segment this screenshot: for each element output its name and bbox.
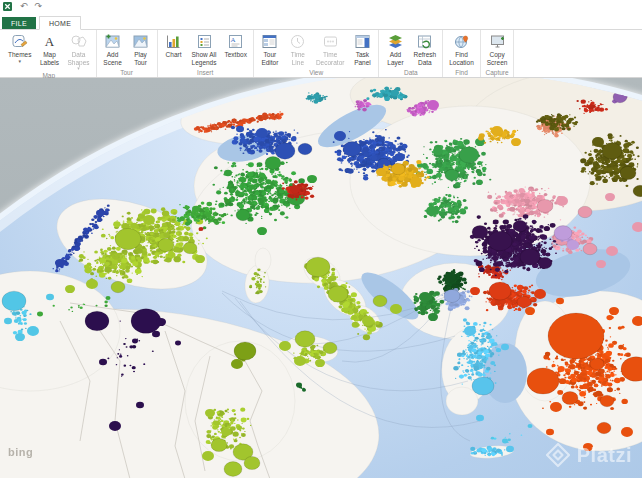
show-all-legends-icon (196, 33, 213, 50)
copy-screen-button[interactable]: Copy Screen (483, 30, 512, 67)
button-label: Task Panel (354, 51, 371, 66)
excel-logo-icon (3, 2, 12, 11)
bing-watermark: bing (8, 446, 33, 458)
button-label: Refresh Data (413, 51, 436, 66)
group-label: Insert (160, 68, 251, 77)
group-label: Find (445, 68, 478, 77)
add-layer-button[interactable]: Add Layer (381, 30, 409, 67)
group-label: Tour (99, 68, 155, 77)
button-label: Time Line (291, 51, 305, 66)
refresh-data-button[interactable]: Refresh Data (409, 30, 440, 67)
themes-button[interactable]: Themes▾ (4, 30, 35, 64)
title-bar: ↶ ↷ (0, 0, 642, 13)
data-shapes-button: Data Shapes▾ (63, 30, 93, 71)
textbox-icon: A (227, 33, 244, 50)
data-shapes-icon (70, 33, 87, 50)
button-label: Play Tour (134, 51, 147, 66)
show-all-legends-button[interactable]: Show All Legends (188, 30, 221, 67)
ribbon-group-map: Themes▾AMap LabelsData Shapes▾Map (2, 30, 97, 77)
refresh-data-icon (416, 33, 433, 50)
button-label: Show All Legends (192, 51, 217, 66)
task-panel-icon (354, 33, 371, 50)
ribbon-group-insert: ChartShow All LegendsATextboxInsert (158, 30, 254, 77)
tab-file[interactable]: FILE (2, 17, 36, 29)
group-label: Data (381, 68, 440, 77)
svg-text:A: A (231, 36, 236, 44)
tour-editor-button[interactable]: Tour Editor (256, 30, 284, 67)
undo-icon[interactable]: ↶ (20, 2, 28, 11)
redo-icon[interactable]: ↷ (35, 2, 43, 11)
platzi-watermark: Platzi (545, 442, 632, 468)
add-scene-icon (104, 33, 121, 50)
find-location-button[interactable]: Find Location (445, 30, 478, 67)
group-label: View (256, 68, 377, 77)
button-label: Data Shapes (67, 51, 89, 66)
time-line-button: Time Line (284, 30, 312, 67)
map-labels-icon: A (41, 33, 58, 50)
add-layer-icon (387, 33, 404, 50)
play-tour-icon (132, 33, 149, 50)
ribbon-group-capture: Copy ScreenCapture (481, 30, 515, 77)
button-label: Tour Editor (261, 51, 278, 66)
time-decorator-icon (322, 33, 339, 50)
ribbon-group-view: Tour EditorTime LineTime DecoratorTask P… (254, 30, 380, 77)
group-label: Capture (483, 68, 512, 77)
tour-editor-icon (261, 33, 278, 50)
ribbon-group-tour: Add ScenePlay TourTour (97, 30, 158, 77)
button-label: Textbox (224, 51, 246, 59)
power-map-window: ↶ ↷ FILE HOME Themes▾AMap LabelsData Sha… (0, 0, 642, 478)
ribbon-group-find: Find LocationFind (443, 30, 481, 77)
button-label: Find Location (449, 51, 474, 66)
copy-screen-icon (489, 33, 506, 50)
ribbon: Themes▾AMap LabelsData Shapes▾MapAdd Sce… (0, 30, 642, 78)
platzi-watermark-text: Platzi (577, 444, 632, 467)
add-scene-button[interactable]: Add Scene (99, 30, 127, 67)
play-tour-button[interactable]: Play Tour (127, 30, 155, 67)
map-labels-button[interactable]: AMap Labels (35, 30, 63, 67)
globe-map-canvas[interactable] (0, 78, 642, 478)
task-panel-button[interactable]: Task Panel (348, 30, 376, 67)
button-label: Chart (166, 51, 182, 59)
button-label: Add Scene (103, 51, 121, 66)
dropdown-arrow-icon: ▾ (18, 59, 21, 63)
textbox-button[interactable]: ATextbox (220, 30, 250, 60)
button-label: Map Labels (40, 51, 59, 66)
time-line-icon (289, 33, 306, 50)
button-label: Time Decorator (316, 51, 345, 66)
dropdown-arrow-icon: ▾ (77, 66, 80, 70)
chart-button[interactable]: Chart (160, 30, 188, 60)
themes-icon (11, 33, 28, 50)
button-label: Add Layer (387, 51, 403, 66)
find-location-icon (453, 33, 470, 50)
time-decorator-button: Time Decorator (312, 30, 349, 67)
tab-home[interactable]: HOME (39, 16, 81, 30)
map-viewport: bing Platzi (0, 78, 642, 478)
ribbon-group-data: Add LayerRefresh DataData (379, 30, 443, 77)
svg-text:A: A (45, 34, 55, 49)
ribbon-tab-strip: FILE HOME (0, 13, 642, 30)
platzi-logo-icon (545, 442, 571, 468)
chart-icon (165, 33, 182, 50)
button-label: Copy Screen (487, 51, 508, 66)
